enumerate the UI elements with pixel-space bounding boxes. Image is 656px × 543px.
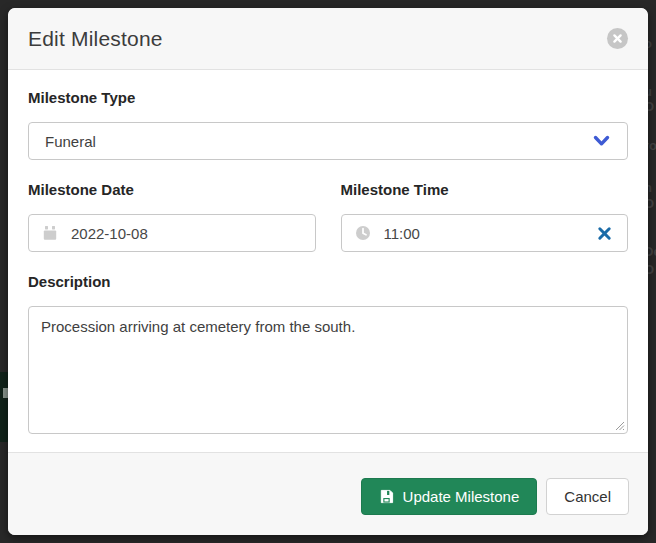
chevron-down-icon [592,134,611,148]
cancel-label: Cancel [564,488,611,505]
calendar-icon [42,225,58,241]
clock-icon [355,225,371,241]
milestone-date-label: Milestone Date [28,180,316,200]
milestone-date-field[interactable] [28,214,316,252]
date-column: Milestone Date [28,180,316,252]
dialog-header: Edit Milestone [8,8,648,70]
cancel-button[interactable]: Cancel [546,478,629,515]
edit-milestone-dialog: Edit Milestone Milestone Type Funeral [8,8,648,535]
description-textarea[interactable]: Procession arriving at cemetery from the… [28,306,628,434]
x-clear-icon [597,226,612,241]
close-icon [612,33,623,44]
description-label: Description [28,272,628,292]
milestone-time-label: Milestone Time [341,180,629,200]
update-milestone-label: Update Milestone [403,488,520,505]
milestone-type-value: Funeral [45,133,96,150]
date-time-row: Milestone Date Milestone Time [28,180,628,252]
update-milestone-button[interactable]: Update Milestone [361,478,538,515]
clear-time-button[interactable] [595,226,614,241]
dimmed-page-overlay: o u O ro n O De O Edit Milestone Milesto… [0,0,656,543]
dialog-title: Edit Milestone [28,27,163,51]
description-wrap: Procession arriving at cemetery from the… [28,306,628,434]
milestone-type-select[interactable]: Funeral [28,122,628,160]
time-column: Milestone Time [341,180,629,252]
close-button[interactable] [607,28,628,49]
milestone-time-input[interactable] [384,225,583,242]
dialog-footer: Update Milestone Cancel [8,452,648,535]
milestone-time-field[interactable] [341,214,629,252]
dialog-body: Milestone Type Funeral Milestone Date [8,70,648,452]
save-icon [379,489,394,504]
milestone-date-input[interactable] [71,225,302,242]
background-button-remnant [0,372,8,442]
milestone-type-label: Milestone Type [28,88,628,108]
